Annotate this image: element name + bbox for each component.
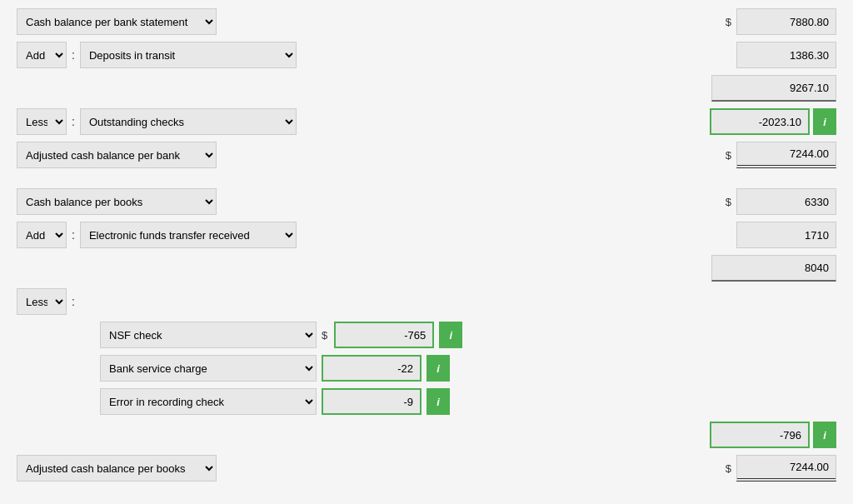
dollar-sign-4: $ [322, 329, 327, 342]
adjusted-bank-row: Adjusted cash balance per bank $ 7244.00 [17, 142, 836, 168]
books-row: Cash balance per books $ 6330 [17, 188, 836, 215]
add-select-2[interactable]: Add [17, 222, 67, 248]
adjusted-bank-select[interactable]: Adjusted cash balance per bank [17, 142, 217, 168]
dollar-sign-5: $ [726, 462, 731, 475]
spacer-1 [17, 175, 836, 188]
deposits-select[interactable]: Deposits in transit [80, 42, 297, 68]
adjusted-bank-right: $ 7244.00 [726, 142, 836, 168]
error-row: Error in recording check -9 i [100, 388, 836, 415]
books-select[interactable]: Cash balance per books [17, 188, 217, 215]
subtotal1-value: 9267.10 [711, 75, 836, 102]
outstanding-select[interactable]: Outstanding checks [80, 108, 297, 135]
eft-right: 1710 [736, 222, 836, 248]
subtotal2-row: 8040 [17, 255, 836, 282]
nsf-select[interactable]: NSF check [100, 322, 317, 348]
colon-3: : [72, 228, 75, 242]
books-right: $ 6330 [726, 188, 836, 215]
eft-select[interactable]: Electronic funds transfer received [80, 222, 297, 248]
eft-row: Add : Electronic funds transfer received… [17, 222, 836, 248]
bank-statement-select[interactable]: Cash balance per bank statement [17, 8, 217, 35]
deposits-right: 1386.30 [736, 42, 836, 68]
error-select[interactable]: Error in recording check [100, 388, 317, 415]
bank-charge-row: Bank service charge -22 i [100, 355, 836, 382]
subtotal2-right: 8040 [711, 255, 836, 282]
eft-value: 1710 [736, 222, 836, 248]
nsf-row: NSF check $ -765 i [100, 322, 836, 348]
bank-statement-value: 7880.80 [736, 8, 836, 35]
error-value: -9 [322, 388, 422, 415]
outstanding-right: -2023.10 i [710, 108, 836, 135]
bank-charge-select[interactable]: Bank service charge [100, 355, 317, 382]
colon-2: : [72, 115, 75, 128]
outstanding-row: Less : Outstanding checks -2023.10 i [17, 108, 836, 135]
bank-statement-row: Cash balance per bank statement $ 7880.8… [17, 8, 836, 35]
deposits-value: 1386.30 [736, 42, 836, 68]
dollar-sign-2: $ [726, 149, 731, 162]
adjusted-books-value: 7244.00 [736, 455, 836, 482]
outstanding-value: -2023.10 [710, 108, 810, 135]
less-select-2[interactable]: Less [17, 288, 67, 315]
less-total-value: -796 [710, 422, 810, 448]
dollar-sign-3: $ [726, 196, 731, 208]
dollar-sign-1: $ [726, 16, 731, 28]
outstanding-info-btn[interactable]: i [813, 108, 836, 135]
adjusted-books-select[interactable]: Adjusted cash balance per books [17, 455, 217, 482]
deposits-row: Add : Deposits in transit 1386.30 [17, 42, 836, 68]
subtotal1-row: 9267.10 [17, 75, 836, 102]
subtotal2-value: 8040 [711, 255, 836, 282]
subtotal1-right: 9267.10 [711, 75, 836, 102]
nsf-info-btn[interactable]: i [439, 322, 462, 348]
adjusted-bank-value: 7244.00 [736, 142, 836, 168]
nsf-value: -765 [334, 322, 434, 348]
adjusted-books-row: Adjusted cash balance per books $ 7244.0… [17, 455, 836, 482]
colon-4: : [72, 295, 75, 308]
bank-statement-right: $ 7880.80 [726, 8, 836, 35]
bank-charge-value: -22 [322, 355, 422, 382]
less-total-right: -796 i [710, 422, 836, 448]
bank-charge-info-btn[interactable]: i [426, 355, 450, 382]
add-select-1[interactable]: Add [17, 42, 67, 68]
less-row: Less : [17, 288, 836, 315]
error-info-btn[interactable]: i [426, 388, 450, 415]
books-value: 6330 [736, 188, 836, 215]
less-select-1[interactable]: Less [17, 108, 67, 135]
adjusted-books-right: $ 7244.00 [726, 455, 836, 482]
less-total-info-btn[interactable]: i [813, 422, 836, 448]
colon-1: : [72, 48, 75, 62]
less-total-row: -796 i [17, 422, 836, 448]
